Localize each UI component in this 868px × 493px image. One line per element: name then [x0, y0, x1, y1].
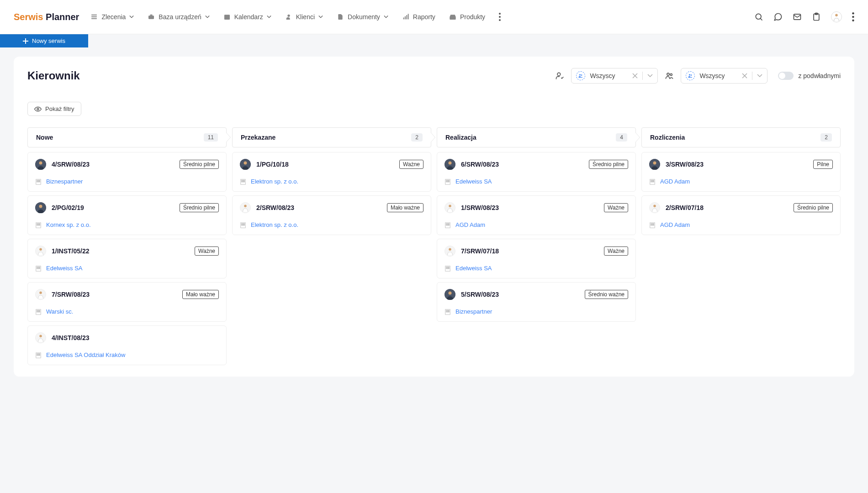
client-name[interactable]: Biznespartner	[46, 178, 83, 185]
chat-icon[interactable]	[773, 12, 783, 21]
column-title: Realizacja	[445, 134, 476, 141]
more-icon[interactable]	[852, 12, 854, 21]
svg-rect-137	[653, 180, 654, 181]
manager-select-2[interactable]: Wszyscy	[681, 68, 767, 84]
card-head: 1/SRW/08/23Ważne	[445, 202, 628, 213]
kanban-column-realizacja: Realizacja46/SRW/08/23Średnio pilneEdelw…	[437, 127, 636, 365]
svg-rect-46	[38, 181, 39, 182]
clear-icon[interactable]	[632, 73, 638, 79]
nav-label: Klienci	[296, 13, 315, 21]
svg-point-90	[244, 205, 247, 208]
user-avatar[interactable]	[831, 11, 842, 22]
svg-rect-62	[37, 268, 38, 269]
svg-rect-44	[39, 180, 40, 181]
nav-item-baza-urządzeń[interactable]: Baza urządzeń	[148, 13, 209, 21]
kanban-card[interactable]: 1/INST/05/22WażneEdelweiss SA	[27, 239, 227, 278]
card-head: 2/PG/02/19Średnio pilne	[35, 202, 219, 213]
kanban-card[interactable]: 2/SRW/08/23Mało ważneElektron sp. z o.o.	[232, 195, 431, 235]
svg-rect-130	[447, 311, 448, 312]
kanban-card[interactable]: 3/SRW/08/23PilneAGD Adam	[641, 152, 841, 192]
nav-more[interactable]	[499, 13, 501, 21]
building-icon	[35, 265, 42, 272]
client-name[interactable]: Warski sc.	[46, 308, 73, 315]
column-count: 4	[616, 133, 627, 142]
client-name[interactable]: Edelweiss SA Oddział Kraków	[46, 351, 125, 358]
kanban-card[interactable]: 1/SRW/08/23WażneAGD Adam	[437, 195, 636, 235]
kanban-card[interactable]: 5/SRW/08/23Średnio ważneBiznespartner	[437, 282, 636, 322]
people-icon	[686, 71, 695, 80]
svg-point-57	[39, 248, 42, 251]
client-name[interactable]: Kornex sp. z o.o.	[46, 221, 91, 228]
column-title: Przekazane	[241, 134, 275, 141]
svg-rect-55	[38, 225, 39, 226]
client-name[interactable]: AGD Adam	[455, 221, 485, 228]
search-icon[interactable]	[754, 12, 763, 21]
client-name[interactable]: Elektron sp. z o.o.	[251, 178, 298, 185]
svg-point-21	[835, 14, 838, 16]
kanban-card[interactable]: 2/SRW/07/18Średnio pilneAGD Adam	[641, 195, 841, 235]
svg-rect-139	[652, 181, 653, 182]
svg-line-17	[761, 19, 762, 21]
svg-rect-146	[651, 225, 652, 226]
new-service-button[interactable]: Nowy serwis	[0, 34, 88, 47]
svg-rect-72	[39, 311, 40, 312]
card-id: 6/SRW/08/23	[461, 161, 583, 168]
nav-item-produkty[interactable]: Produkty	[449, 13, 485, 21]
kanban-card[interactable]: 4/INST/08/23Edelweiss SA Oddział Kraków	[27, 325, 227, 365]
clear-icon[interactable]	[742, 73, 747, 79]
svg-point-16	[756, 14, 761, 19]
client-name[interactable]: Elektron sp. z o.o.	[251, 221, 298, 228]
client-name[interactable]: AGD Adam	[660, 178, 690, 185]
client-name[interactable]: AGD Adam	[660, 221, 690, 228]
header: Serwis Planner ZleceniaBaza urządzeńKale…	[0, 0, 868, 34]
kanban-card[interactable]: 1/PG/10/18WażneElektron sp. z o.o.	[232, 152, 431, 192]
svg-rect-140	[653, 181, 654, 182]
card-head: 4/INST/08/23	[35, 332, 219, 343]
kanban-card[interactable]: 4/SRW/08/23Średnio pilneBiznespartner	[27, 152, 227, 192]
nav-item-kalendarz[interactable]: Kalendarz	[223, 13, 271, 21]
mail-icon[interactable]	[793, 12, 802, 21]
svg-rect-43	[38, 180, 39, 181]
nav-item-zlecenia[interactable]: Zlecenia	[90, 13, 134, 21]
kanban-card[interactable]: 7/SRW/07/18WażneEdelweiss SA	[437, 239, 636, 278]
building-icon	[649, 178, 656, 185]
column-title: Rozliczenia	[650, 134, 685, 141]
subordinates-toggle[interactable]	[778, 72, 794, 80]
client-name[interactable]: Biznespartner	[455, 308, 492, 315]
select-label: Wszyscy	[699, 72, 737, 79]
priority-tag: Średnio pilne	[589, 160, 628, 169]
list-icon	[90, 13, 98, 21]
nav-item-raporty[interactable]: Raporty	[402, 13, 435, 21]
client-name[interactable]: Edelweiss SA	[455, 265, 492, 272]
card-head: 2/SRW/07/18Średnio pilne	[649, 202, 833, 213]
logo[interactable]: Serwis Planner	[14, 12, 79, 22]
nav-label: Zlecenia	[101, 13, 126, 21]
building-icon	[445, 222, 451, 228]
assignee-avatar	[445, 159, 455, 170]
kanban-board: Nowe114/SRW/08/23Średnio pilneBiznespart…	[27, 127, 841, 365]
building-icon	[240, 222, 246, 228]
client-name[interactable]: Edelweiss SA	[455, 178, 492, 185]
svg-rect-145	[653, 223, 654, 224]
nav-item-klienci[interactable]: Klienci	[285, 13, 323, 21]
clipboard-icon[interactable]	[812, 12, 821, 21]
manager-select-1[interactable]: Wszyscy	[571, 68, 658, 84]
person-check-icon	[555, 71, 564, 80]
kanban-card[interactable]: 7/SRW/08/23Mało ważneWarski sc.	[27, 282, 227, 322]
nav-item-dokumenty[interactable]: Dokumenty	[337, 13, 388, 21]
svg-rect-45	[37, 181, 38, 182]
svg-point-49	[39, 205, 42, 208]
document-icon	[337, 13, 344, 21]
svg-rect-127	[447, 310, 448, 311]
person-icon	[285, 13, 292, 21]
svg-rect-56	[39, 225, 40, 226]
priority-tag: Średnio pilne	[180, 203, 219, 212]
svg-rect-118	[447, 267, 448, 267]
kanban-card[interactable]: 2/PG/02/19Średnio pilneKornex sp. z o.o.	[27, 195, 227, 235]
chevron-down-icon	[757, 73, 762, 79]
kanban-card[interactable]: 6/SRW/08/23Średnio pilneEdelweiss SA	[437, 152, 636, 192]
client-name[interactable]: Edelweiss SA	[46, 265, 82, 272]
priority-tag: Mało ważne	[182, 290, 219, 299]
chevron-down-icon	[647, 73, 653, 79]
show-filters-button[interactable]: Pokaż filtry	[27, 102, 81, 116]
